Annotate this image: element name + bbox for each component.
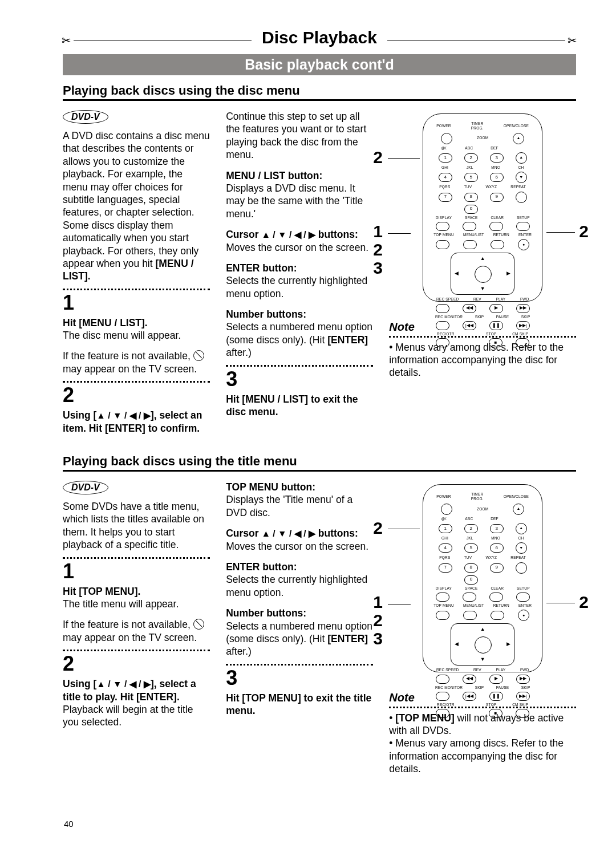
title-menu-heading: Playing back discs using the title menu	[63, 454, 576, 469]
scissor-right-icon: ✂	[565, 34, 579, 47]
cursor-buttons-h: Cursor ▲ / ▼ / ◀ / ▶ buttons:	[226, 527, 373, 539]
step-1-instruction: Hit [MENU / LIST].	[63, 317, 210, 329]
step-3-instruction: Hit [TOP MENU] to exit the title menu.	[226, 692, 373, 717]
number-buttons-h: Number buttons:	[226, 308, 373, 320]
callout-2: 2	[373, 148, 383, 167]
dots-divider	[63, 650, 210, 651]
not-available-icon	[193, 350, 204, 361]
disc-menu-col3: 2 1 2 3 2 POWER TIMER PROG. OPEN/CLOSE	[389, 110, 576, 435]
dots-divider	[63, 289, 210, 290]
number-buttons-t: Selects a numbered menu option (some dis…	[226, 320, 373, 359]
step-1-result: The title menu will appear.	[63, 598, 210, 610]
step-1-na: If the feature is not available, may app…	[63, 350, 210, 375]
step-2-instruction: Using [▲ / ▼ / ◀ / ▶], select a title to…	[63, 677, 210, 703]
menu-list-button-h: MENU / LIST button:	[226, 169, 373, 182]
cursor-buttons-h: Cursor ▲ / ▼ / ◀ / ▶ buttons:	[226, 228, 373, 241]
enter-button-h: ENTER button:	[226, 561, 373, 573]
title-menu-col3: 2 1 2 3 2 POWER TIMER PROG. OPEN/CLOSE	[389, 481, 576, 776]
step-2-result: Continue this step to set up all the fea…	[226, 110, 373, 161]
dvd-v-badge: DVD-V	[63, 110, 108, 124]
callout-2r: 2	[579, 222, 589, 241]
not-available-icon	[193, 619, 204, 630]
page-number: 40	[64, 819, 74, 829]
callout-2: 2	[373, 518, 383, 537]
number-buttons-t: Selects a numbered menu option (some dis…	[226, 620, 373, 658]
callout-1: 1	[373, 593, 383, 611]
step-3-num: 3	[226, 369, 373, 389]
step-1-na: If the feature is not available, may app…	[63, 618, 210, 644]
step-1-instruction: Hit [TOP MENU].	[63, 585, 210, 598]
number-pad: @/.ABCDEF 123▲ GHIJKLMNOCH 456▼ PQRSTUVW…	[432, 146, 533, 214]
dots-divider	[226, 365, 373, 367]
title-menu-col1: DVD-V Some DVDs have a title menu, which…	[63, 481, 210, 776]
step-1-result: The disc menu will appear.	[63, 329, 210, 342]
callout-2b: 2	[373, 611, 383, 630]
enter-button-t: Selects the currently highlighted menu o…	[226, 573, 373, 599]
number-pad: @/.ABCDEF 123▲ GHIJKLMNOCH 456▼ PQRSTUVW…	[432, 517, 533, 585]
heading-rule	[63, 470, 576, 472]
dpad: ▲▼◀▶	[451, 623, 514, 666]
chapter-title: Disc Playback	[252, 28, 387, 47]
top-menu-button-h: TOP MENU button:	[226, 481, 373, 493]
dots-divider	[63, 381, 210, 383]
callout-2r: 2	[579, 593, 589, 611]
top-menu-button-t: Displays the 'Title menu' of a DVD disc.	[226, 493, 373, 519]
enter-button-h: ENTER button:	[226, 262, 373, 274]
dpad: ▲▼◀▶	[451, 253, 514, 295]
disc-menu-col1: DVD-V A DVD disc contains a disc menu th…	[63, 110, 210, 435]
title-menu-intro: Some DVDs have a title menu, which lists…	[63, 500, 210, 551]
remote-diagram: POWER TIMER PROG. OPEN/CLOSE ZOOM ▲ @/.A…	[423, 113, 542, 302]
callout-1: 1	[373, 222, 383, 241]
step-2-result: Playback will begin at the title you sel…	[63, 703, 210, 729]
remote-diagram: POWER TIMER PROG. OPEN/CLOSE ZOOM ▲ @/.A…	[423, 484, 542, 672]
step-2-num: 2	[63, 385, 210, 405]
step-3-num: 3	[226, 668, 373, 688]
note-text-2: • Menus vary among discs. Refer to the i…	[389, 737, 576, 775]
enter-button-t: Selects the currently highlighted menu o…	[226, 274, 373, 300]
step-1-num: 1	[63, 293, 210, 313]
step-2-instruction: Using [▲ / ▼ / ◀ / ▶], select an item. H…	[63, 409, 210, 435]
disc-menu-heading: Playing back discs using the disc menu	[63, 83, 576, 98]
callout-3: 3	[373, 629, 383, 648]
cursor-buttons-t: Moves the cursor on the screen.	[226, 241, 373, 254]
power-button	[441, 504, 452, 515]
dots-divider	[63, 557, 210, 559]
disc-menu-intro: A DVD disc contains a disc menu that des…	[63, 129, 210, 283]
callout-2b: 2	[373, 240, 383, 259]
number-buttons-h: Number buttons:	[226, 607, 373, 619]
open-close-button: ▲	[513, 133, 524, 144]
cursor-buttons-t: Moves the cursor on the screen.	[226, 540, 373, 553]
step-3-instruction: Hit [MENU / LIST] to exit the disc menu.	[226, 393, 373, 419]
step-1-num: 1	[63, 561, 210, 582]
disc-menu-columns: DVD-V A DVD disc contains a disc menu th…	[63, 110, 576, 435]
power-button	[441, 133, 452, 144]
title-menu-columns: DVD-V Some DVDs have a title menu, which…	[63, 481, 576, 776]
dots-divider	[226, 664, 373, 666]
step-2-num: 2	[63, 654, 210, 674]
disc-menu-col2: Continue this step to set up all the fea…	[226, 110, 373, 435]
menu-list-button-t: Displays a DVD disc menu. It may be the …	[226, 182, 373, 220]
scissor-left-icon: ✂	[59, 34, 74, 47]
chapter-banner: ✂ ✂ Disc Playback	[63, 40, 576, 60]
open-close-button: ▲	[513, 504, 524, 515]
heading-rule	[63, 99, 576, 101]
dvd-v-badge: DVD-V	[63, 481, 108, 494]
title-menu-col2: TOP MENU button: Displays the 'Title men…	[226, 481, 373, 776]
callout-3: 3	[373, 258, 383, 277]
